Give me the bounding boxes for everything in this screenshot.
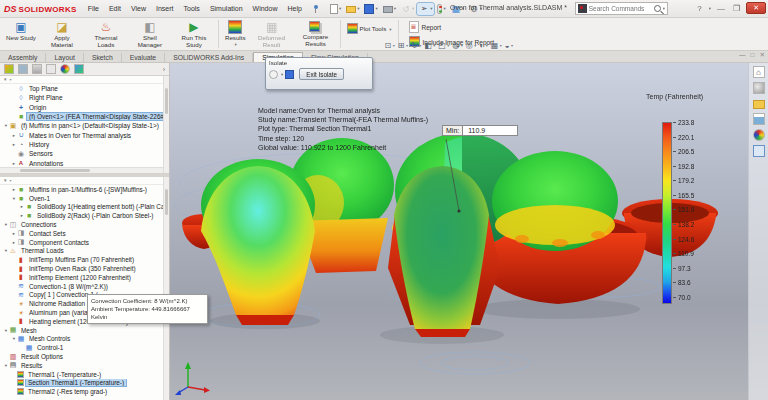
print-button[interactable]: ▾ (381, 3, 398, 14)
feature-filter[interactable] (0, 76, 169, 84)
dropdown-caret-icon[interactable]: ▾ (394, 6, 396, 11)
vertical-scrollbar[interactable] (163, 76, 169, 173)
doc-minimize-button[interactable]: — (739, 51, 746, 59)
hide-show-items-icon[interactable]: ◎ (464, 41, 474, 50)
exit-isolate-button[interactable]: Exit Isolate (299, 68, 344, 80)
vertical-scrollbar[interactable] (163, 177, 169, 400)
study-item-oven-1[interactable]: ▾Oven-1 (0, 194, 169, 203)
view-palette-icon[interactable] (753, 113, 765, 125)
restore-button[interactable]: ❐ (731, 4, 742, 13)
design-library-icon[interactable] (753, 82, 765, 94)
close-button[interactable]: ✕ (746, 2, 766, 14)
menu-tools[interactable]: Tools (179, 3, 205, 14)
rebuild-button[interactable]: ▾ (435, 3, 447, 15)
file-explorer-icon[interactable] (753, 100, 765, 109)
help-caret-icon[interactable]: ▾ (709, 6, 711, 11)
ribbon-compare-results[interactable]: Compare Results (294, 18, 338, 50)
muffin-front-left-cut[interactable] (201, 159, 315, 325)
previous-view-icon[interactable]: ↻ (409, 41, 419, 50)
dimxpert-manager-tab[interactable] (46, 64, 56, 74)
transparency-caret-icon[interactable]: ▾ (281, 72, 283, 77)
custom-properties-icon[interactable] (753, 145, 765, 157)
study-item-inittemp-muffins-pan-70-fahrenheit[interactable]: InitTemp Muffins Pan (70 Fahrenheit) (0, 255, 169, 264)
undo-button[interactable]: ▾ (399, 3, 416, 15)
resources-icon[interactable] (753, 66, 765, 78)
menu-edit[interactable]: Edit (104, 3, 126, 14)
study-item-thermal1-temperature[interactable]: Thermal1 (-Temperature-) (0, 370, 169, 379)
study-item-thermal2-res-temp-grad[interactable]: Thermal2 (-Res temp grad-) (0, 387, 169, 396)
apply-scene-icon[interactable]: ▦ (489, 41, 500, 50)
property-manager-tab[interactable] (18, 64, 28, 74)
study-item-mesh[interactable]: ▾Mesh (0, 326, 169, 335)
configuration-manager-tab[interactable] (32, 64, 42, 74)
dropdown-caret-icon[interactable]: ▾ (461, 43, 463, 48)
study-item-connections[interactable]: ▾Connections (0, 220, 169, 229)
study-filter[interactable] (0, 177, 169, 185)
doc-close-button[interactable]: ✕ (760, 51, 765, 59)
transparency-icon[interactable] (269, 70, 278, 79)
tab-sketch[interactable]: Sketch (84, 53, 122, 62)
menu-file[interactable]: File (83, 3, 104, 14)
help-button[interactable]: ? (695, 4, 703, 13)
appearances-icon[interactable] (753, 129, 765, 141)
tab-evaluate[interactable]: Evaluate (122, 53, 165, 62)
zoom-to-area-icon[interactable]: ⊞ (396, 41, 406, 50)
study-item-contact-sets[interactable]: ▸Contact Sets (0, 229, 169, 238)
study-item-mesh-controls[interactable]: ▾Mesh Controls (0, 335, 169, 344)
feature-item-f-muffins-in-pan-1-default-display-state-1[interactable]: ▾(f) Muffins in pan<1> (Default<Display … (0, 121, 169, 130)
simulation-manager-tab[interactable] (74, 64, 84, 74)
ribbon-thermal-loads[interactable]: Thermal Loads▾ (84, 18, 128, 50)
study-item-solidbody-2-rack-plain-carbon-steel[interactable]: ▸SolidBody 2(Rack) (-Plain Carbon Steel-… (0, 211, 169, 220)
ribbon-report[interactable]: Report (409, 21, 495, 34)
menu-help[interactable]: Help (282, 3, 306, 14)
pin-icon[interactable] (311, 4, 320, 13)
study-item-convection-1-8-w-m-2-k[interactable]: Convection-1 (8 W/(m^2.K)) (0, 282, 169, 291)
dropdown-caret-icon[interactable]: ▾ (412, 6, 414, 11)
save-isolate-icon[interactable] (285, 70, 294, 79)
study-item-section-thermal1-temperature[interactable]: Section Thermal1 (-Temperature-) (0, 379, 169, 388)
section-view-icon[interactable]: ◧ (423, 41, 434, 50)
feature-item-f-oven-1-fea-thermal-display-state-226[interactable]: (f) Oven<1> (FEA Thermal<Display State-2… (0, 112, 169, 121)
feature-item-mates-in-oven-for-thermal-analysis[interactable]: ▸Mates in Oven for Thermal analysis (0, 130, 169, 139)
dropdown-caret-icon[interactable]: ▾ (357, 6, 359, 11)
menu-view[interactable]: View (126, 3, 151, 14)
study-item-component-contacts[interactable]: ▸Component Contacts (0, 238, 169, 247)
tab-assembly[interactable]: Assembly (0, 53, 46, 62)
study-item-control-1[interactable]: Control-1 (0, 343, 169, 352)
feature-item-right-plane[interactable]: Right Plane (0, 93, 169, 102)
ribbon-results[interactable]: Results▾ (221, 18, 250, 50)
menu-insert[interactable]: Insert (151, 3, 179, 14)
dropdown-caret-icon[interactable]: ▾ (389, 27, 391, 32)
study-item-result-options[interactable]: Result Options (0, 352, 169, 361)
min-callout[interactable]: Min: 110.9 (442, 125, 518, 136)
feature-manager-tab[interactable] (4, 64, 14, 74)
panel-tabs-overflow-icon[interactable]: › (163, 66, 165, 73)
study-item-inittemp-oven-rack-350-fahrenheit[interactable]: InitTemp Oven Rack (350 Fahrenheit) (0, 264, 169, 273)
dropdown-caret-icon[interactable]: ▾ (443, 6, 445, 11)
feature-item-origin[interactable]: Origin (0, 103, 169, 112)
doc-restore-button[interactable]: □ (751, 51, 755, 59)
study-item-thermal-loads[interactable]: ▾Thermal Loads (0, 247, 169, 256)
minimize-button[interactable]: — (715, 4, 727, 13)
dropdown-caret-icon[interactable]: ▾ (419, 43, 421, 48)
feature-item-top-plane[interactable]: Top Plane (0, 84, 169, 93)
search-icon[interactable] (654, 5, 661, 12)
dropdown-caret-icon[interactable]: ▾ (511, 43, 513, 48)
dropdown-caret-icon[interactable]: ▾ (474, 43, 476, 48)
search-caret-icon[interactable]: ▾ (663, 6, 665, 11)
display-manager-tab[interactable] (60, 64, 70, 74)
ribbon-apply-material[interactable]: Apply Material (40, 18, 84, 50)
feature-item-history[interactable]: ▸History (0, 140, 169, 149)
dropdown-caret-icon[interactable]: ▾ (393, 43, 395, 48)
save-button[interactable]: ▾ (362, 3, 379, 15)
new-button[interactable]: ▾ (328, 3, 343, 15)
dropdown-caret-icon[interactable]: ▾ (486, 43, 488, 48)
open-button[interactable]: ▾ (344, 3, 361, 14)
edit-appearance-icon[interactable]: ◐ (478, 41, 486, 50)
view-settings-icon[interactable]: ◒ (503, 41, 511, 50)
ribbon-plot-tools[interactable]: Plot Tools▾ (343, 21, 396, 37)
graphics-area[interactable]: Model name:Oven for Thermal analysisStud… (170, 63, 768, 400)
study-item-results[interactable]: ▾Results (0, 361, 169, 370)
ribbon-shell-manager[interactable]: Shell Manager (128, 18, 172, 50)
zoom-to-fit-icon[interactable]: ⊡ (383, 41, 393, 50)
